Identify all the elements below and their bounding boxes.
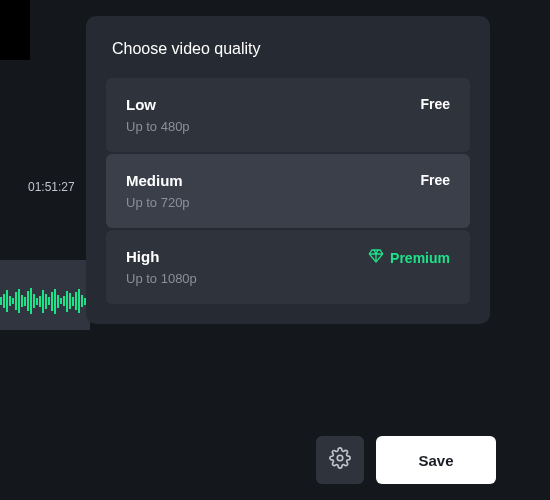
footer-actions: Save — [316, 436, 496, 484]
quality-label: Medium — [126, 172, 190, 189]
quality-desc: Up to 720p — [126, 195, 190, 210]
modal-title: Choose video quality — [106, 40, 470, 58]
premium-badge-text: Premium — [390, 250, 450, 266]
quality-label: High — [126, 248, 197, 265]
quality-option-high[interactable]: High Up to 1080p Premium — [106, 230, 470, 304]
video-quality-modal: Choose video quality Low Up to 480p Free… — [86, 16, 490, 324]
quality-desc: Up to 480p — [126, 119, 190, 134]
quality-options-list: Low Up to 480p Free Medium Up to 720p Fr… — [106, 78, 470, 304]
audio-waveform — [0, 288, 90, 314]
save-button[interactable]: Save — [376, 436, 496, 484]
video-thumbnail — [0, 0, 30, 60]
timeline-timestamp: 01:51:27 — [28, 180, 75, 194]
settings-button[interactable] — [316, 436, 364, 484]
quality-option-low[interactable]: Low Up to 480p Free — [106, 78, 470, 152]
quality-badge: Free — [420, 172, 450, 188]
gear-icon — [329, 447, 351, 473]
quality-badge-premium: Premium — [368, 248, 450, 267]
svg-point-0 — [337, 455, 343, 461]
diamond-icon — [368, 248, 384, 267]
quality-badge: Free — [420, 96, 450, 112]
quality-desc: Up to 1080p — [126, 271, 197, 286]
quality-option-medium[interactable]: Medium Up to 720p Free — [106, 154, 470, 228]
quality-label: Low — [126, 96, 190, 113]
